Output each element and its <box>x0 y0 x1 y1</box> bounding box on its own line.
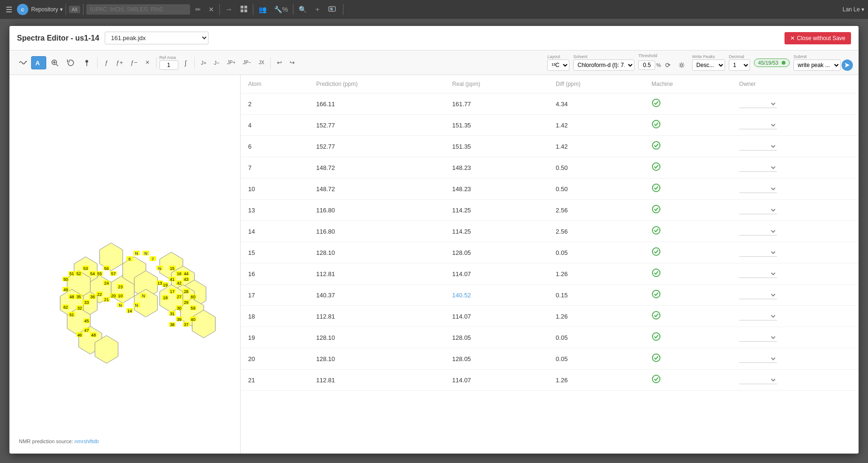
add-icon[interactable]: ＋ <box>312 4 323 15</box>
cell-owner[interactable] <box>732 306 859 327</box>
cell-owner[interactable] <box>732 263 859 285</box>
svg-text:44: 44 <box>184 271 188 276</box>
div3 <box>194 57 195 68</box>
svg-point-153 <box>652 120 660 128</box>
svg-point-13 <box>85 60 88 63</box>
cell-owner[interactable] <box>732 370 859 391</box>
integral-btn[interactable]: ∫ <box>180 56 192 69</box>
owner-select[interactable] <box>739 143 777 151</box>
cell-prediction: 116.80 <box>309 221 444 242</box>
threshold-input[interactable] <box>638 60 655 70</box>
threshold-refresh-btn[interactable]: ⟳ <box>662 59 674 72</box>
submit-btn[interactable] <box>842 59 853 71</box>
cell-owner[interactable] <box>732 200 859 221</box>
user-menu[interactable]: Lan Le ▾ <box>843 6 864 13</box>
mol-source: NMR prediction source: nmrshiftdb <box>19 438 231 444</box>
file-selector[interactable]: 161.peak.jdx <box>105 32 209 44</box>
fminus-btn[interactable]: ƒ− <box>127 56 141 69</box>
svg-point-156 <box>652 184 660 192</box>
decimal-select[interactable]: 1 <box>729 59 750 71</box>
close-without-save-button[interactable]: ✕ Close without Save <box>785 32 851 44</box>
cell-owner[interactable] <box>732 221 859 242</box>
svg-text:54: 54 <box>90 271 95 276</box>
ref-area-input[interactable] <box>159 60 178 70</box>
cell-machine <box>644 157 732 178</box>
owner-select[interactable] <box>739 270 777 278</box>
owner-select[interactable] <box>739 249 777 257</box>
owner-select[interactable] <box>739 334 777 342</box>
search-input[interactable] <box>86 4 190 15</box>
redo-btn[interactable]: ↪ <box>286 56 298 69</box>
undo-btn[interactable]: ↩ <box>274 56 285 69</box>
fx-btn[interactable]: ƒ <box>100 56 112 69</box>
owner-select[interactable] <box>739 206 777 214</box>
fplus-btn[interactable]: ƒ+ <box>113 56 126 69</box>
menu-icon[interactable]: ☰ <box>4 3 14 16</box>
cell-owner[interactable] <box>732 327 859 348</box>
svg-text:55: 55 <box>97 271 102 276</box>
div4 <box>270 57 271 68</box>
owner-select[interactable] <box>739 100 777 108</box>
cell-owner[interactable] <box>732 115 859 136</box>
edit-icon[interactable]: ✏ <box>193 4 203 15</box>
svg-text:42: 42 <box>176 281 181 286</box>
threshold-settings-btn[interactable] <box>675 59 688 72</box>
cell-machine <box>644 115 732 136</box>
svg-text:33: 33 <box>84 300 89 305</box>
rotate-tool-btn[interactable] <box>63 56 78 69</box>
svg-point-161 <box>652 290 660 298</box>
repository-menu[interactable]: Repository ▾ <box>31 6 63 13</box>
write-peak-select[interactable]: write peak ... <box>793 59 841 71</box>
cell-prediction: 148.72 <box>309 157 444 178</box>
tools-icon[interactable]: 🔧% <box>272 4 290 15</box>
owner-select[interactable] <box>739 312 777 320</box>
cell-diff: 2.56 <box>548 200 644 221</box>
wave-tool-btn[interactable] <box>15 56 30 69</box>
svg-text:N: N <box>118 303 121 308</box>
cursor-tool-btn[interactable]: A <box>31 56 46 69</box>
toolbar: A <box>9 51 859 75</box>
peaks-table: Atom Prediction (ppm) Real (ppm) Diff (p… <box>241 75 859 391</box>
cell-owner[interactable] <box>732 157 859 178</box>
zoom-tool-btn[interactable] <box>47 56 62 69</box>
people-icon[interactable]: 👥 <box>256 4 269 15</box>
jx-btn[interactable]: JX <box>256 56 268 69</box>
svg-point-160 <box>652 269 660 277</box>
owner-select[interactable] <box>739 227 777 236</box>
owner-select[interactable] <box>739 121 777 129</box>
owner-select[interactable] <box>739 164 777 172</box>
all-filter[interactable]: All <box>69 6 80 13</box>
grid-icon[interactable] <box>238 4 250 16</box>
cell-owner[interactable] <box>732 178 859 200</box>
jpplus-btn[interactable]: JP+ <box>224 56 239 69</box>
write-peaks-select[interactable]: Desc... <box>692 59 725 71</box>
pin-tool-btn[interactable] <box>79 56 94 69</box>
arrow-icon[interactable]: → <box>223 4 235 15</box>
peaks-table-panel[interactable]: Atom Prediction (ppm) Real (ppm) Diff (p… <box>241 75 859 454</box>
solvent-select[interactable]: Chloroform-d (t): 7... <box>573 59 634 71</box>
jpminus-btn[interactable]: JP− <box>240 56 255 69</box>
drawing-tools: A <box>15 56 94 69</box>
table-row: 10 148.72 148.23 0.50 <box>241 178 859 200</box>
fx2-btn[interactable]: ✕ <box>142 56 153 69</box>
owner-select[interactable] <box>739 376 777 384</box>
layout-select[interactable]: ¹³C <box>547 59 569 71</box>
owner-select[interactable] <box>739 291 777 299</box>
search-icon[interactable]: 🔍 <box>296 4 309 15</box>
cell-owner[interactable] <box>732 348 859 370</box>
cell-atom: 14 <box>241 221 309 242</box>
jminus-btn[interactable]: J− <box>211 56 223 69</box>
cell-owner[interactable] <box>732 93 859 115</box>
cell-atom: 4 <box>241 115 309 136</box>
cell-owner[interactable] <box>732 285 859 306</box>
spectra-editor-modal: Spectra Editor - us1-14 161.peak.jdx ✕ C… <box>9 26 859 454</box>
owner-select[interactable] <box>739 185 777 193</box>
mol-source-link[interactable]: nmrshiftdb <box>75 438 99 444</box>
jplus-btn[interactable]: J+ <box>198 56 210 69</box>
owner-select[interactable] <box>739 355 777 363</box>
cell-owner[interactable] <box>732 242 859 263</box>
close-search-icon[interactable]: ✕ <box>206 4 217 15</box>
cell-owner[interactable] <box>732 136 859 157</box>
zoom-icon[interactable]: 🔍 <box>326 4 340 16</box>
table-row: 2 166.11 161.77 4.34 <box>241 93 859 115</box>
